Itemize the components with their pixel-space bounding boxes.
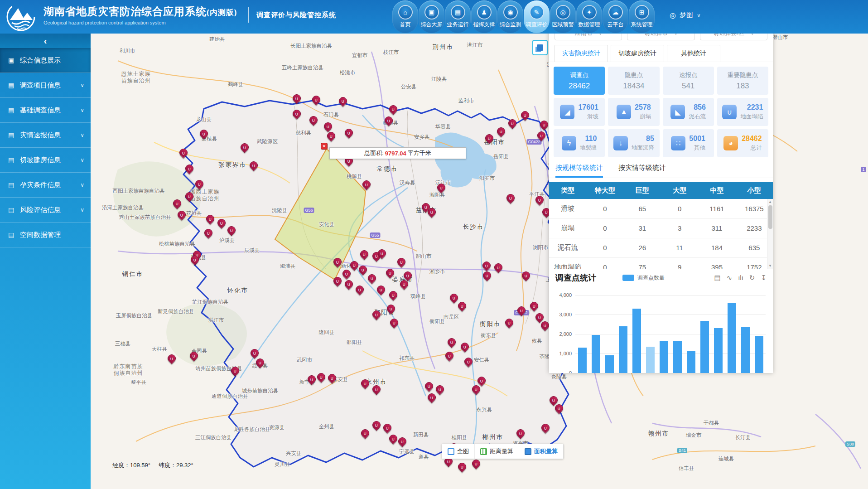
nav-button-data[interactable]: ✦数据管理 <box>576 0 602 33</box>
nav-button-cloud[interactable]: ☁云平台 <box>603 0 628 33</box>
pin-glyph: ∪ <box>361 251 368 258</box>
hazard-card-subsidence[interactable]: ↓85地面沉降 <box>608 129 659 157</box>
sidebar-item-5[interactable]: ▤切坡建房信息∨ <box>0 148 91 173</box>
username[interactable]: 梦图 <box>680 11 693 19</box>
table-cell: 31 <box>624 218 661 238</box>
nav-button-survey[interactable]: ✎调查评价 <box>524 0 550 33</box>
bar-怀化市[interactable] <box>728 303 736 373</box>
sidebar-item-4[interactable]: ▤灾情速报信息∨ <box>0 123 91 148</box>
bar-湘潭市[interactable] <box>605 355 614 373</box>
subtab-2[interactable]: 按灾情等级统计 <box>618 159 666 178</box>
sidebar-item-icon: ▤ <box>8 156 16 164</box>
card-value: 541 <box>682 82 694 91</box>
bar-株洲市[interactable] <box>592 335 600 373</box>
hazard-card-total[interactable]: ◕28462总计 <box>717 129 768 157</box>
refresh-icon[interactable]: ↻ <box>749 274 755 282</box>
hazard-card-ground-collapse[interactable]: ∪2231地面塌陷 <box>717 98 768 126</box>
gridline <box>575 334 766 334</box>
hazard-card-collapse[interactable]: ▲2578崩塌 <box>608 98 659 126</box>
sidebar-collapse-button[interactable]: ‹ <box>0 34 91 48</box>
hazard-label: 地面沉降 <box>632 144 654 152</box>
table-cell: 0 <box>586 238 623 257</box>
bar-郴州市[interactable] <box>700 321 709 373</box>
sidebar-item-1[interactable]: ▣综合信息展示 <box>0 48 91 73</box>
hazard-card-debris-flow[interactable]: ◣856泥石流 <box>663 98 714 126</box>
sidebar-item-label: 综合信息展示 <box>20 56 61 65</box>
pin-glyph: ∪ <box>458 302 466 310</box>
sidebar-item-2[interactable]: ▤调查项目信息∨ <box>0 73 91 98</box>
measure-start-marker[interactable]: ✕ <box>321 143 328 150</box>
table-row[interactable]: 地面塌陷07593951752 <box>549 257 773 269</box>
dashboard-icon: ▣ <box>424 5 439 19</box>
data-view-icon[interactable]: ▤ <box>714 274 720 282</box>
table-row[interactable]: 崩塌03133112233 <box>549 218 773 238</box>
measure-tool-dist[interactable]: 距离量算 <box>475 444 519 459</box>
measure-tool-area[interactable]: 面积量算 <box>519 444 563 459</box>
eye-icon[interactable]: ◎ <box>670 11 676 19</box>
bar-张家界市[interactable] <box>673 341 682 373</box>
bar-永州市[interactable] <box>714 328 723 373</box>
nav-button-home[interactable]: ⌂首页 <box>392 0 418 33</box>
hazard-card-other[interactable]: ∷5001其他 <box>663 129 714 157</box>
gridline <box>575 353 766 354</box>
tab-2[interactable]: 切坡建房统计 <box>611 45 664 62</box>
bar-娄底市[interactable] <box>741 327 750 373</box>
pin-glyph: ∪ <box>228 227 235 234</box>
hazard-card-ground-fissure[interactable]: ϟ110地裂缝 <box>554 129 605 157</box>
pin-glyph: ∪ <box>400 281 408 288</box>
pin-glyph: ∪ <box>428 394 435 401</box>
sidebar-item-label: 空间数据管理 <box>20 231 61 239</box>
card-value: 183 <box>736 82 749 91</box>
tab-3[interactable]: 其他统计 <box>667 45 720 62</box>
table-cell: 崩塌 <box>549 218 586 238</box>
pin-glyph: ∪ <box>250 162 257 169</box>
table-row[interactable]: 滑坡0650116116375 <box>549 199 773 218</box>
summary-card-速报点[interactable]: 速报点541 <box>663 67 714 95</box>
chart-legend[interactable]: 调查点数量 <box>622 274 665 282</box>
scroll-down-icon[interactable]: ▼ <box>767 264 773 268</box>
bar-长沙市[interactable] <box>578 348 587 373</box>
line-chart-icon[interactable]: ∿ <box>727 274 733 282</box>
bar-邵阳市[interactable] <box>632 309 641 373</box>
download-icon[interactable]: ↧ <box>761 274 767 282</box>
summary-card-重要隐患点[interactable]: 重要隐患点183 <box>717 67 768 95</box>
subtab-1[interactable]: 按规模等级统计 <box>555 159 603 178</box>
bar-衡阳市[interactable] <box>619 326 627 373</box>
scroll-thumb[interactable] <box>768 205 772 229</box>
sidebar-item-6[interactable]: ▤孕灾条件信息∨ <box>0 173 91 198</box>
pin-glyph: ∪ <box>495 264 502 271</box>
nav-button-dashboard[interactable]: ▣综合大屏 <box>419 0 444 33</box>
nav-button-warning[interactable]: ◎区域预警 <box>550 0 576 33</box>
pin-glyph: ∪ <box>205 229 212 237</box>
sidebar-item-3[interactable]: ▤基础调查信息∨ <box>0 98 91 123</box>
hazard-card-landslide[interactable]: ◢17601滑坡 <box>554 98 605 126</box>
pin-glyph: ∪ <box>386 269 394 276</box>
bar-chart-icon[interactable]: ılı <box>738 274 743 282</box>
beta-tag: (内测版) <box>207 8 237 17</box>
debris-flow-icon: ◣ <box>670 105 685 119</box>
sidebar-item-icon: ▤ <box>8 206 16 213</box>
nav-label: 系统管理 <box>631 21 653 29</box>
scroll-up-icon[interactable]: ▲ <box>767 200 773 204</box>
table-column-header: 大型 <box>661 182 698 199</box>
nav-button-command[interactable]: ♟指挥支撑 <box>471 0 497 33</box>
summary-card-调查点[interactable]: 调查点28462 <box>554 67 605 95</box>
bar-岳阳市[interactable] <box>646 347 655 373</box>
bar-湘西州[interactable] <box>755 336 763 373</box>
pin-glyph: ∪ <box>186 193 193 200</box>
sidebar-item-7[interactable]: ▤风险评估信息∨ <box>0 198 91 223</box>
measure-tool-full[interactable]: 全图 <box>442 444 475 459</box>
sidebar-item-8[interactable]: ▤空间数据管理 <box>0 223 91 247</box>
summary-card-隐患点[interactable]: 隐患点18434 <box>608 67 659 95</box>
hazard-value: 110 <box>585 135 597 143</box>
bar-常德市[interactable] <box>660 341 668 373</box>
nav-button-business[interactable]: ▤业务运行 <box>445 0 471 33</box>
tab-1[interactable]: 灾害隐患统计 <box>555 45 608 62</box>
table-row[interactable]: 泥石流02611184635 <box>549 238 773 257</box>
nav-button-system[interactable]: ⊞系统管理 <box>629 0 655 33</box>
nav-button-monitoring[interactable]: ◉综合监测 <box>497 0 523 33</box>
layers-layer-button[interactable] <box>532 40 548 55</box>
bar-益阳市[interactable] <box>687 351 695 373</box>
table-scrollbar[interactable]: ▲ ▼ <box>767 199 773 269</box>
user-chevron-icon[interactable]: ∨ <box>697 12 701 19</box>
